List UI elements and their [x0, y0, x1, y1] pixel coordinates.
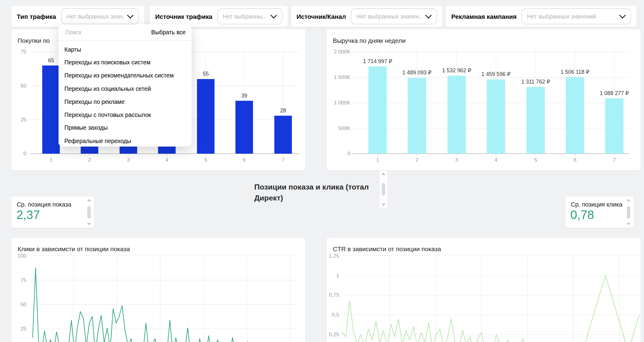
svg-text:1: 1 — [336, 272, 339, 279]
kpi-label: Ср. позиция клика — [571, 201, 622, 208]
svg-text:1 459 596 ₽: 1 459 596 ₽ — [481, 71, 511, 77]
search-input[interactable] — [64, 29, 151, 36]
chevron-down-icon — [271, 12, 277, 18]
scroll-up-icon[interactable] — [626, 199, 631, 201]
svg-text:7: 7 — [282, 157, 285, 163]
scroll-thumb[interactable] — [87, 206, 91, 218]
traffic-type-select[interactable]: Нет выбранных знач... — [61, 9, 139, 24]
ad-campaign-select[interactable]: Нет выбранных значений — [522, 9, 631, 24]
source-channel-select[interactable]: Нет выбранных значен... — [351, 9, 437, 24]
svg-text:2 000K: 2 000K — [334, 49, 351, 55]
svg-text:6: 6 — [243, 157, 246, 163]
svg-text:75: 75 — [21, 277, 26, 283]
dropdown-item[interactable]: Переходы из рекомендательных систем — [59, 69, 191, 82]
svg-text:4: 4 — [494, 157, 497, 163]
ctr-chart-card: CTR в зависимсти от позиции показа 1,251… — [327, 238, 641, 342]
chevron-down-icon — [619, 12, 625, 18]
filter-label: Тип трафика — [17, 13, 56, 20]
chart-title: Выручка по дням недели — [333, 37, 406, 44]
kpi-label: Ср. позиция показа — [17, 201, 71, 208]
filter-card-traffic-source: Источник трафика Нет выбранны... — [150, 6, 288, 27]
svg-text:50: 50 — [21, 83, 26, 89]
scroll-up-icon[interactable] — [381, 173, 386, 175]
svg-text:3: 3 — [455, 157, 458, 163]
filter-card-traffic-type: Тип трафика Нет выбранных знач... — [11, 6, 144, 27]
svg-text:1 489 093 ₽: 1 489 093 ₽ — [402, 70, 431, 76]
kpi-scrollbar[interactable] — [625, 199, 632, 225]
svg-text:100: 100 — [18, 253, 26, 259]
svg-text:5: 5 — [204, 157, 207, 163]
svg-text:1 532 962 ₽: 1 532 962 ₽ — [442, 67, 471, 74]
filter-label: Источник трафика — [155, 13, 212, 20]
svg-text:55: 55 — [203, 71, 209, 77]
svg-text:1 000K: 1 000K — [334, 100, 351, 106]
svg-text:0,75: 0,75 — [329, 292, 339, 298]
section-title-line1: Позиции показа и клика (тотал — [254, 182, 388, 193]
kpi-card-avg-click-position: Ср. позиция клика 0,78 — [565, 197, 634, 228]
svg-text:500K: 500K — [338, 125, 351, 131]
select-placeholder: Нет выбранных значен... — [356, 13, 423, 20]
svg-text:1 311 762 ₽: 1 311 762 ₽ — [521, 79, 550, 85]
dropdown-item[interactable]: Переходы с почтовых рассылок — [59, 108, 191, 121]
kpi-value: 0,78 — [570, 208, 594, 222]
kpi-value: 2,37 — [16, 208, 40, 222]
scroll-thumb[interactable] — [627, 206, 630, 218]
scroll-down-icon[interactable] — [87, 223, 91, 225]
svg-text:6: 6 — [574, 157, 577, 163]
dropdown-item[interactable]: Прямые заходы — [59, 121, 191, 134]
dropdown-item[interactable]: Переходы по рекламе — [59, 95, 191, 108]
section-title: Позиции показа и клика (тотал Директ) — [254, 182, 388, 203]
revenue-bar-chart[interactable]: 2 000K1 500K1 000K500K01 714 997 ₽11 489… — [327, 29, 641, 170]
kpi-scrollbar[interactable] — [86, 199, 93, 225]
svg-text:1 500K: 1 500K — [334, 74, 351, 80]
ctr-line-chart[interactable]: 1,2510,750,50,25 — [327, 238, 641, 342]
svg-text:0: 0 — [348, 150, 351, 156]
traffic-source-select[interactable]: Нет выбранны... — [217, 9, 282, 24]
revenue-chart-card: Выручка по дням недели 2 000K1 500K1 000… — [327, 29, 641, 170]
scroll-up-icon[interactable] — [87, 199, 91, 201]
svg-text:1: 1 — [49, 157, 52, 163]
filter-card-ad-campaign: Рекламная кампания Нет выбранных значени… — [446, 6, 637, 27]
section-scrollbar[interactable] — [380, 171, 387, 207]
select-placeholder: Нет выбранных знач... — [66, 13, 124, 20]
svg-text:1 088 277 ₽: 1 088 277 ₽ — [600, 90, 629, 96]
scroll-thumb[interactable] — [382, 183, 385, 195]
filter-card-source-channel: Источник/Канал Нет выбранных значен... — [291, 6, 442, 27]
svg-text:25: 25 — [21, 326, 26, 332]
chart-title: Клики в зависимсти от позиции показа — [18, 245, 130, 252]
svg-text:0,5: 0,5 — [332, 312, 339, 318]
dashboard: Тип трафика Нет выбранных знач... Источн… — [0, 0, 644, 342]
svg-text:1: 1 — [376, 157, 379, 163]
svg-text:1,25: 1,25 — [329, 253, 339, 259]
traffic-type-dropdown: Выбрать все КартыПереходы из поисковых с… — [59, 24, 191, 147]
chevron-down-icon — [425, 12, 432, 18]
dropdown-item[interactable]: Переходы из социальных сетей — [59, 82, 191, 95]
select-placeholder: Нет выбранных значений — [527, 13, 617, 20]
svg-text:1 506 118 ₽: 1 506 118 ₽ — [561, 69, 589, 75]
svg-text:2: 2 — [88, 157, 91, 163]
svg-text:25: 25 — [21, 117, 26, 123]
filter-label: Источник/Канал — [296, 13, 346, 20]
dropdown-item[interactable]: Карты — [59, 43, 191, 56]
select-all-button[interactable]: Выбрать все — [151, 29, 186, 36]
dropdown-item[interactable]: Реферальные переходы — [59, 135, 191, 147]
svg-text:1 714 997 ₽: 1 714 997 ₽ — [363, 58, 392, 64]
svg-text:7: 7 — [613, 157, 616, 163]
svg-text:5: 5 — [534, 157, 537, 163]
svg-text:4: 4 — [165, 157, 168, 163]
chart-title: Покупки по — [18, 37, 50, 44]
select-placeholder: Нет выбранны... — [223, 13, 268, 20]
svg-text:39: 39 — [241, 93, 247, 99]
clicks-chart-card: Клики в зависимсти от позиции показа 100… — [11, 238, 305, 342]
clicks-line-chart[interactable]: 100755025 — [11, 238, 305, 342]
svg-text:0,25: 0,25 — [329, 331, 339, 337]
svg-text:65: 65 — [48, 57, 54, 63]
chart-title: CTR в зависимсти от позиции показа — [333, 245, 441, 252]
svg-text:75: 75 — [21, 49, 26, 55]
svg-text:28: 28 — [280, 108, 286, 114]
svg-text:2: 2 — [416, 157, 419, 163]
dropdown-item[interactable]: Переходы из поисковых систем — [59, 56, 191, 69]
scroll-down-icon[interactable] — [381, 203, 386, 206]
scroll-down-icon[interactable] — [626, 223, 631, 225]
svg-text:0: 0 — [23, 150, 26, 156]
